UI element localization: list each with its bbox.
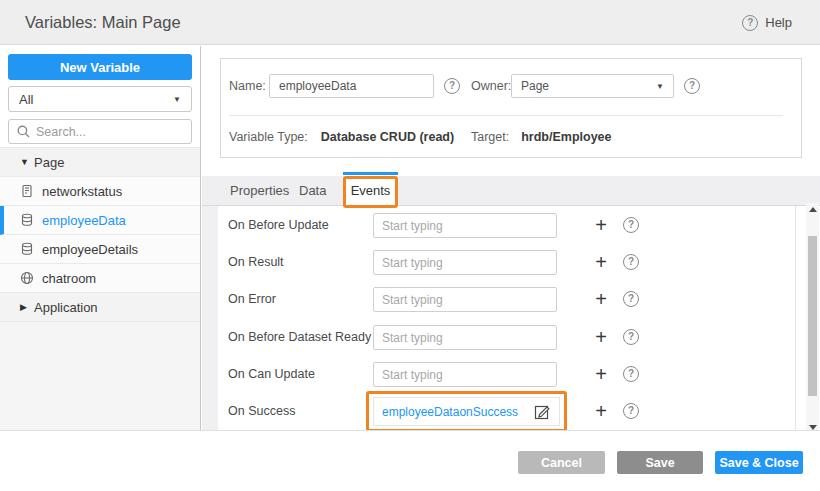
event-label: On Before Dataset Ready: [228, 325, 371, 350]
variable-type-row: Variable Type: Database CRUD (read): [229, 125, 454, 149]
target-label: Target:: [471, 130, 509, 144]
event-help-icon[interactable]: ?: [623, 254, 639, 270]
filter-value: All: [19, 92, 33, 107]
target-row: Target: hrdb/Employee: [471, 125, 612, 149]
sidebar-item-chatroom[interactable]: chatroom: [0, 264, 200, 293]
variables-sidebar: New Variable All ▼ ▼ Page networkstatus …: [0, 46, 201, 430]
tab-data[interactable]: Data: [299, 176, 326, 206]
success-handler-link[interactable]: employeeDataonSuccess: [382, 405, 518, 419]
add-action-icon[interactable]: +: [593, 213, 609, 237]
variable-type-label: Variable Type:: [229, 130, 308, 144]
variable-summary-panel: Name: * ? Owner: * Page ▼ ? Variable Typ…: [220, 58, 802, 158]
owner-select[interactable]: Page ▼: [511, 74, 674, 98]
device-icon: [20, 184, 35, 199]
variable-type-value: Database CRUD (read): [321, 130, 454, 144]
cancel-button[interactable]: Cancel: [518, 451, 605, 474]
tree-group-page[interactable]: ▼ Page: [0, 148, 200, 177]
triangle-down-icon: [809, 425, 817, 430]
add-action-icon[interactable]: +: [593, 362, 609, 386]
event-row: On Before Dataset Ready + ?: [218, 325, 796, 355]
event-row: On Result + ?: [218, 250, 796, 280]
dialog-footer: Cancel Save Save & Close: [0, 430, 820, 491]
variable-filter-select[interactable]: All ▼: [8, 86, 192, 112]
add-action-icon[interactable]: +: [593, 287, 609, 311]
save-button[interactable]: Save: [617, 451, 703, 474]
event-row: On Can Update + ?: [218, 362, 796, 392]
sidebar-item-employeeDetails[interactable]: employeeDetails: [0, 235, 200, 264]
chevron-down-icon: ▼: [656, 82, 664, 91]
edit-icon[interactable]: [534, 403, 551, 420]
event-row: On Error + ?: [218, 287, 796, 317]
tree-expander-icon[interactable]: ▶: [20, 302, 34, 312]
variable-detail-area: Name: * ? Owner: * Page ▼ ? Variable Typ…: [202, 46, 820, 430]
success-handler-box: employeeDataonSuccess: [373, 397, 560, 426]
tab-properties[interactable]: Properties: [230, 176, 289, 206]
new-variable-button[interactable]: New Variable: [8, 54, 192, 80]
event-label: On Result: [228, 250, 284, 275]
save-and-close-button[interactable]: Save & Close: [715, 451, 803, 474]
help-button[interactable]: ? Help: [742, 0, 792, 45]
chevron-down-icon: ▼: [173, 95, 181, 104]
variable-tree: ▼ Page networkstatus employeeData employ…: [0, 147, 200, 322]
owner-help-icon[interactable]: ?: [684, 78, 700, 94]
event-row-on-success: On Success employeeDataonSuccess + ?: [218, 395, 796, 425]
search-input[interactable]: [36, 125, 166, 139]
tab-events[interactable]: Events: [346, 176, 395, 206]
add-action-icon[interactable]: +: [593, 399, 609, 423]
name-input[interactable]: [269, 74, 434, 98]
active-tab-indicator: [343, 172, 398, 175]
dialog-header: Variables: Main Page ? Help: [0, 0, 820, 45]
event-row: On Before Update + ?: [218, 213, 796, 243]
event-help-icon[interactable]: ?: [623, 403, 639, 419]
tree-group-application[interactable]: ▶ Application: [0, 293, 200, 322]
search-box: [8, 119, 192, 144]
name-help-icon[interactable]: ?: [444, 78, 460, 94]
sidebar-item-employeeData[interactable]: employeeData: [0, 206, 200, 235]
event-help-icon[interactable]: ?: [623, 217, 639, 233]
target-value: hrdb/Employee: [521, 130, 611, 144]
add-action-icon[interactable]: +: [593, 325, 609, 349]
tree-expander-icon[interactable]: ▼: [20, 157, 34, 167]
triangle-up-icon: [809, 207, 817, 212]
tab-bar: Properties Data Events: [202, 176, 820, 206]
scrollbar-thumb[interactable]: [808, 236, 817, 396]
event-handler-input[interactable]: [373, 325, 557, 350]
variables-dialog: Variables: Main Page ? Help New Variable…: [0, 0, 820, 491]
help-circle-icon: ?: [742, 15, 758, 31]
page-title: Variables: Main Page: [25, 0, 181, 45]
event-handler-input[interactable]: [373, 213, 557, 238]
search-icon: [17, 125, 30, 138]
globe-icon: [20, 271, 35, 286]
scroll-up-button[interactable]: [806, 203, 819, 215]
event-help-icon[interactable]: ?: [623, 291, 639, 307]
sidebar-controls: New Variable All ▼: [0, 46, 200, 147]
database-icon: [20, 242, 35, 257]
help-label: Help: [765, 15, 792, 30]
event-label: On Error: [228, 287, 276, 312]
event-handler-input[interactable]: [373, 287, 557, 312]
events-scrollbar[interactable]: [806, 203, 819, 433]
event-help-icon[interactable]: ?: [623, 329, 639, 345]
event-label: On Can Update: [228, 362, 315, 387]
name-label: Name: *: [229, 74, 274, 98]
event-handler-input[interactable]: [373, 250, 557, 275]
event-handler-input[interactable]: [373, 362, 557, 387]
owner-value: Page: [521, 79, 549, 93]
divider: [229, 115, 783, 116]
event-label: On Before Update: [228, 213, 329, 238]
event-label: On Success: [228, 399, 295, 424]
sidebar-item-networkstatus[interactable]: networkstatus: [0, 177, 200, 206]
database-icon: [20, 213, 35, 228]
add-action-icon[interactable]: +: [593, 250, 609, 274]
event-help-icon[interactable]: ?: [623, 366, 639, 382]
